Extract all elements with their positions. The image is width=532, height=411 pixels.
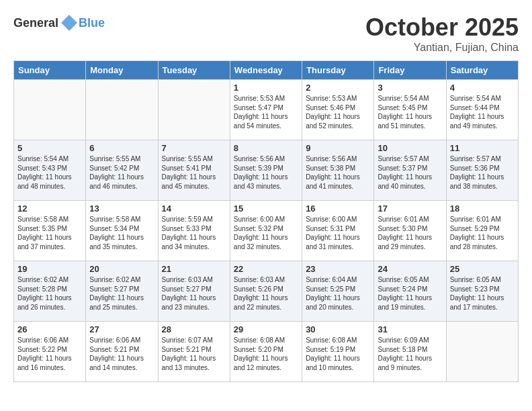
day-number: 29 — [234, 324, 298, 334]
day-number: 3 — [378, 83, 442, 93]
day-info: Sunrise: 5:53 AM Sunset: 5:46 PM Dayligh… — [306, 94, 370, 130]
day-info: Sunrise: 6:09 AM Sunset: 5:18 PM Dayligh… — [378, 336, 442, 372]
calendar-cell: 5Sunrise: 5:54 AM Sunset: 5:43 PM Daylig… — [14, 140, 86, 201]
day-info: Sunrise: 6:01 AM Sunset: 5:29 PM Dayligh… — [450, 215, 515, 251]
day-info: Sunrise: 5:57 AM Sunset: 5:37 PM Dayligh… — [378, 154, 442, 191]
day-number: 31 — [378, 324, 442, 334]
day-number: 4 — [450, 83, 515, 93]
calendar-week-row: 1Sunrise: 5:53 AM Sunset: 5:47 PM Daylig… — [14, 80, 519, 140]
day-number: 15 — [234, 203, 298, 214]
calendar-cell: 3Sunrise: 5:54 AM Sunset: 5:45 PM Daylig… — [374, 80, 446, 140]
page-header: General Blue October 2025 Yantian, Fujia… — [13, 13, 519, 54]
day-info: Sunrise: 5:56 AM Sunset: 5:38 PM Dayligh… — [306, 154, 370, 191]
day-info: Sunrise: 6:05 AM Sunset: 5:23 PM Dayligh… — [450, 275, 515, 312]
day-number: 12 — [17, 203, 82, 214]
calendar-cell — [158, 80, 230, 140]
logo-general: General — [13, 16, 58, 30]
day-number: 23 — [306, 264, 370, 274]
day-number: 2 — [306, 83, 370, 93]
calendar-cell: 20Sunrise: 6:02 AM Sunset: 5:27 PM Dayli… — [86, 261, 158, 322]
calendar-cell: 14Sunrise: 5:59 AM Sunset: 5:33 PM Dayli… — [158, 201, 230, 261]
day-info: Sunrise: 6:00 AM Sunset: 5:31 PM Dayligh… — [306, 215, 370, 251]
day-number: 14 — [162, 203, 226, 214]
location-title: Yantian, Fujian, China — [365, 42, 519, 54]
calendar-cell: 26Sunrise: 6:06 AM Sunset: 5:22 PM Dayli… — [14, 322, 86, 382]
calendar-cell: 4Sunrise: 5:54 AM Sunset: 5:44 PM Daylig… — [446, 80, 518, 140]
calendar-cell: 30Sunrise: 6:08 AM Sunset: 5:19 PM Dayli… — [302, 322, 374, 382]
day-number: 25 — [450, 264, 515, 274]
title-block: October 2025 Yantian, Fujian, China — [365, 13, 519, 54]
day-info: Sunrise: 6:03 AM Sunset: 5:27 PM Dayligh… — [162, 275, 226, 312]
calendar-cell: 24Sunrise: 6:05 AM Sunset: 5:24 PM Dayli… — [374, 261, 446, 322]
day-number: 11 — [450, 143, 515, 153]
day-number: 27 — [89, 324, 154, 334]
day-info: Sunrise: 5:59 AM Sunset: 5:33 PM Dayligh… — [162, 215, 226, 251]
calendar-cell: 31Sunrise: 6:09 AM Sunset: 5:18 PM Dayli… — [374, 322, 446, 382]
day-info: Sunrise: 6:03 AM Sunset: 5:26 PM Dayligh… — [234, 275, 298, 312]
calendar-cell: 7Sunrise: 5:55 AM Sunset: 5:41 PM Daylig… — [158, 140, 230, 201]
day-number: 10 — [378, 143, 442, 153]
calendar-week-row: 26Sunrise: 6:06 AM Sunset: 5:22 PM Dayli… — [14, 322, 519, 382]
calendar-cell: 29Sunrise: 6:08 AM Sunset: 5:20 PM Dayli… — [230, 322, 302, 382]
calendar-cell: 10Sunrise: 5:57 AM Sunset: 5:37 PM Dayli… — [374, 140, 446, 201]
calendar-cell: 19Sunrise: 6:02 AM Sunset: 5:28 PM Dayli… — [14, 261, 86, 322]
calendar-cell: 2Sunrise: 5:53 AM Sunset: 5:46 PM Daylig… — [302, 80, 374, 140]
day-info: Sunrise: 6:00 AM Sunset: 5:32 PM Dayligh… — [234, 215, 298, 251]
calendar-cell: 12Sunrise: 5:58 AM Sunset: 5:35 PM Dayli… — [14, 201, 86, 261]
weekday-thursday: Thursday — [302, 61, 374, 80]
day-number: 20 — [89, 264, 154, 274]
day-number: 18 — [450, 203, 515, 214]
day-info: Sunrise: 5:58 AM Sunset: 5:35 PM Dayligh… — [17, 215, 82, 251]
month-title: October 2025 — [365, 13, 519, 42]
day-info: Sunrise: 5:54 AM Sunset: 5:43 PM Dayligh… — [17, 154, 82, 191]
calendar-cell: 16Sunrise: 6:00 AM Sunset: 5:31 PM Dayli… — [302, 201, 374, 261]
day-info: Sunrise: 5:57 AM Sunset: 5:36 PM Dayligh… — [450, 154, 515, 191]
calendar-cell: 22Sunrise: 6:03 AM Sunset: 5:26 PM Dayli… — [230, 261, 302, 322]
calendar-cell: 25Sunrise: 6:05 AM Sunset: 5:23 PM Dayli… — [446, 261, 518, 322]
calendar-cell: 8Sunrise: 5:56 AM Sunset: 5:39 PM Daylig… — [230, 140, 302, 201]
day-info: Sunrise: 6:02 AM Sunset: 5:27 PM Dayligh… — [89, 275, 154, 312]
weekday-monday: Monday — [86, 61, 158, 80]
day-number: 17 — [378, 203, 442, 214]
day-number: 9 — [306, 143, 370, 153]
day-info: Sunrise: 6:06 AM Sunset: 5:22 PM Dayligh… — [17, 336, 82, 372]
day-info: Sunrise: 5:54 AM Sunset: 5:44 PM Dayligh… — [450, 94, 515, 130]
weekday-header-row: SundayMondayTuesdayWednesdayThursdayFrid… — [14, 61, 519, 80]
day-number: 7 — [162, 143, 226, 153]
day-info: Sunrise: 5:56 AM Sunset: 5:39 PM Dayligh… — [234, 154, 298, 191]
weekday-saturday: Saturday — [446, 61, 518, 80]
day-number: 6 — [89, 143, 154, 153]
calendar-cell — [446, 322, 518, 382]
weekday-wednesday: Wednesday — [230, 61, 302, 80]
calendar-cell — [14, 80, 86, 140]
day-info: Sunrise: 6:05 AM Sunset: 5:24 PM Dayligh… — [378, 275, 442, 312]
calendar-cell: 1Sunrise: 5:53 AM Sunset: 5:47 PM Daylig… — [230, 80, 302, 140]
calendar-week-row: 12Sunrise: 5:58 AM Sunset: 5:35 PM Dayli… — [14, 201, 519, 261]
calendar-cell: 13Sunrise: 5:58 AM Sunset: 5:34 PM Dayli… — [86, 201, 158, 261]
calendar-cell — [86, 80, 158, 140]
calendar-cell: 28Sunrise: 6:07 AM Sunset: 5:21 PM Dayli… — [158, 322, 230, 382]
calendar-cell: 21Sunrise: 6:03 AM Sunset: 5:27 PM Dayli… — [158, 261, 230, 322]
day-info: Sunrise: 5:55 AM Sunset: 5:41 PM Dayligh… — [162, 154, 226, 191]
day-number: 26 — [17, 324, 82, 334]
calendar-cell: 17Sunrise: 6:01 AM Sunset: 5:30 PM Dayli… — [374, 201, 446, 261]
day-number: 5 — [17, 143, 82, 153]
calendar-week-row: 19Sunrise: 6:02 AM Sunset: 5:28 PM Dayli… — [14, 261, 519, 322]
day-number: 13 — [89, 203, 154, 214]
logo-icon — [60, 13, 79, 32]
day-number: 21 — [162, 264, 226, 274]
calendar-cell: 11Sunrise: 5:57 AM Sunset: 5:36 PM Dayli… — [446, 140, 518, 201]
day-info: Sunrise: 6:06 AM Sunset: 5:21 PM Dayligh… — [89, 336, 154, 372]
day-info: Sunrise: 5:58 AM Sunset: 5:34 PM Dayligh… — [89, 215, 154, 251]
day-info: Sunrise: 6:01 AM Sunset: 5:30 PM Dayligh… — [378, 215, 442, 251]
weekday-friday: Friday — [374, 61, 446, 80]
day-info: Sunrise: 6:08 AM Sunset: 5:19 PM Dayligh… — [306, 336, 370, 372]
day-info: Sunrise: 6:02 AM Sunset: 5:28 PM Dayligh… — [17, 275, 82, 312]
calendar-cell: 9Sunrise: 5:56 AM Sunset: 5:38 PM Daylig… — [302, 140, 374, 201]
day-number: 28 — [162, 324, 226, 334]
calendar-cell: 6Sunrise: 5:55 AM Sunset: 5:42 PM Daylig… — [86, 140, 158, 201]
logo: General Blue — [13, 13, 105, 32]
calendar-cell: 18Sunrise: 6:01 AM Sunset: 5:29 PM Dayli… — [446, 201, 518, 261]
day-number: 24 — [378, 264, 442, 274]
weekday-tuesday: Tuesday — [158, 61, 230, 80]
